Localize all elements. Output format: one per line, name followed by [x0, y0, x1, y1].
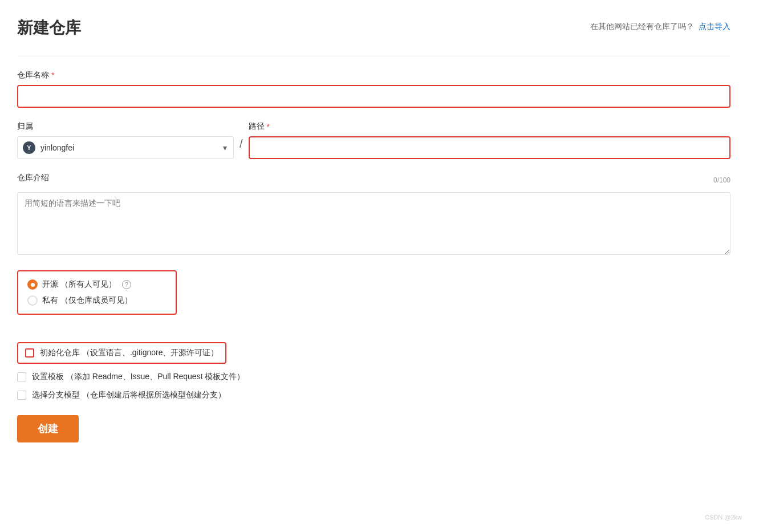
import-link[interactable]: 点击导入	[699, 22, 730, 32]
owner-section: 归属 Y yinlongfei ▾	[17, 121, 234, 159]
path-label: 路径 *	[249, 121, 730, 132]
help-icon[interactable]: ?	[122, 280, 131, 289]
owner-avatar: Y	[23, 141, 35, 154]
repo-name-input[interactable]	[17, 85, 730, 108]
owner-label: 归属	[17, 121, 234, 132]
branch-model-checkbox[interactable]	[17, 391, 26, 400]
header-row: 新建仓库 在其他网站已经有仓库了吗？ 点击导入	[17, 17, 730, 39]
owner-select[interactable]: yinlongfei	[17, 136, 234, 159]
init-repo-checkbox[interactable]	[25, 348, 34, 358]
checkbox-section: 初始化仓库 （设置语言、.gitignore、开源许可证） 设置模板 （添加 R…	[17, 342, 730, 400]
template-label: 设置模板 （添加 Readme、Issue、Pull Request 模板文件）	[32, 372, 245, 382]
footer-note: CSDN @2kw	[705, 514, 742, 521]
header-divider	[17, 56, 730, 56]
owner-path-row: 归属 Y yinlongfei ▾ / 路径 *	[17, 121, 730, 159]
description-label: 仓库介绍	[17, 173, 49, 183]
open-source-label: 开源 （所有人可见）	[42, 279, 116, 290]
page-title: 新建仓库	[17, 17, 81, 39]
private-label: 私有 （仅仓库成员可见）	[42, 295, 132, 306]
path-section: 路径 *	[249, 121, 730, 159]
template-checkbox[interactable]	[17, 372, 26, 381]
description-count: 0/100	[713, 176, 730, 184]
description-textarea[interactable]	[17, 192, 730, 255]
open-source-radio[interactable]	[27, 279, 38, 290]
path-slash: /	[234, 137, 249, 151]
private-option[interactable]: 私有 （仅仓库成员可见）	[27, 295, 167, 306]
private-radio[interactable]	[27, 295, 38, 306]
init-repo-option[interactable]: 初始化仓库 （设置语言、.gitignore、开源许可证）	[17, 342, 226, 364]
create-button[interactable]: 创建	[17, 415, 79, 442]
description-section: 仓库介绍 0/100	[17, 173, 730, 257]
description-header: 仓库介绍 0/100	[17, 173, 730, 188]
import-prompt: 在其他网站已经有仓库了吗？	[590, 22, 694, 32]
repo-name-label: 仓库名称 *	[17, 70, 730, 80]
visibility-section: 开源 （所有人可见） ? 私有 （仅仓库成员可见）	[17, 270, 177, 315]
open-source-option[interactable]: 开源 （所有人可见） ?	[27, 279, 167, 290]
branch-model-option[interactable]: 选择分支模型 （仓库创建后将根据所选模型创建分支）	[17, 390, 730, 400]
repo-name-section: 仓库名称 *	[17, 70, 730, 108]
path-input[interactable]	[249, 136, 730, 159]
init-repo-label: 初始化仓库 （设置语言、.gitignore、开源许可证）	[40, 348, 218, 358]
path-required-star: *	[267, 122, 270, 131]
required-star: *	[51, 71, 54, 80]
owner-select-wrapper: Y yinlongfei ▾	[17, 136, 234, 159]
branch-model-label: 选择分支模型 （仓库创建后将根据所选模型创建分支）	[32, 390, 226, 400]
import-area: 在其他网站已经有仓库了吗？ 点击导入	[590, 17, 730, 32]
template-option[interactable]: 设置模板 （添加 Readme、Issue、Pull Request 模板文件）	[17, 372, 730, 382]
